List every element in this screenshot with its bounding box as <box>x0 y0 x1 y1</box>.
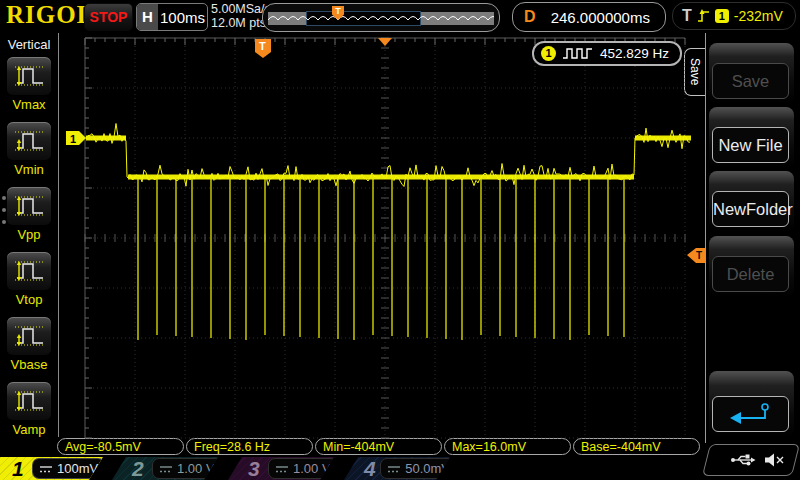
delay-center-marker <box>378 38 392 46</box>
waveform-display: 1TT <box>0 0 800 480</box>
trigger-position-marker: T <box>255 39 271 58</box>
oscilloscope-screen: 1TT RIGOL STOP H 100ms 5.00MSa/s 12.0M p… <box>0 0 800 480</box>
channel1-position-marker: 1 <box>66 131 86 145</box>
svg-text:1: 1 <box>70 133 76 145</box>
freq-channel-badge: 1 <box>541 46 556 61</box>
square-wave-icon <box>562 47 594 60</box>
svg-text:T: T <box>259 40 266 52</box>
svg-text:T: T <box>696 250 702 261</box>
frequency-counter: 1 452.829 Hz <box>532 41 682 66</box>
freq-value: 452.829 Hz <box>600 46 669 61</box>
trigger-level-marker: T <box>687 248 706 263</box>
